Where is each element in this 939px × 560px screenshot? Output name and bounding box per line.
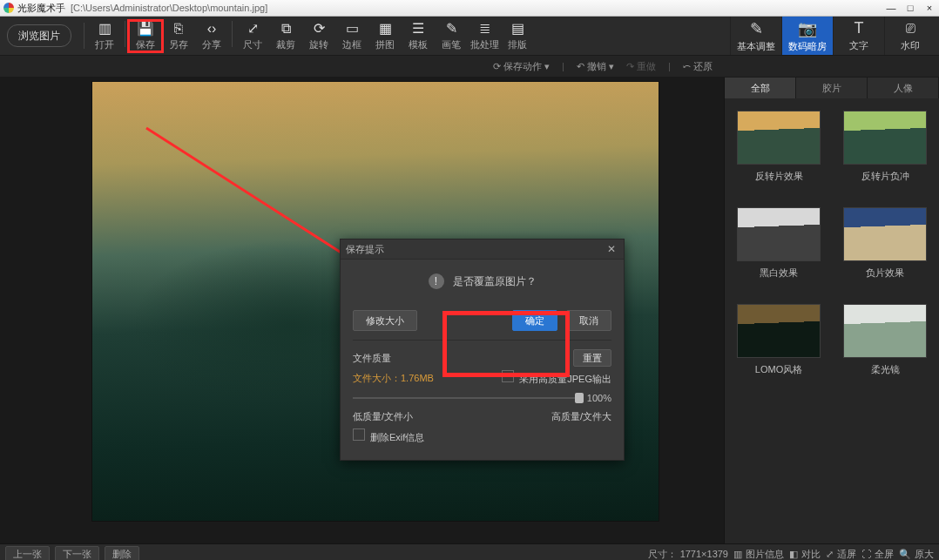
mode-tab-basic[interactable]: ✎基本调整 bbox=[730, 17, 781, 55]
thumb-label: 反转片效果 bbox=[755, 170, 803, 183]
watermark-icon: ⎚ bbox=[906, 19, 915, 37]
thumb-preview bbox=[843, 304, 927, 358]
action-bar: ⟳ 保存动作 ▾ | ↶ 撤销 ▾ ↷ 重做 | ⤺ 还原 bbox=[0, 56, 939, 78]
thumb-preview bbox=[737, 207, 821, 261]
status-bar: 上一张 下一张 删除 尺寸：1771×1379 ▥ 图片信息 ◧ 对比 ⤢ 适屏… bbox=[0, 543, 939, 560]
toolbar-draw-button[interactable]: ✎画笔 bbox=[435, 21, 468, 51]
toolbar-label: 边框 bbox=[342, 38, 361, 51]
minimize-button[interactable]: — bbox=[885, 3, 897, 13]
maximize-button[interactable]: □ bbox=[904, 3, 916, 13]
exif-checkbox[interactable]: 删除Exif信息 bbox=[353, 428, 424, 444]
effect-thumb-soft[interactable]: 柔光镜 bbox=[840, 304, 930, 376]
dialog-title: 保存提示 bbox=[346, 243, 384, 256]
filter-tab-0[interactable]: 全部 bbox=[725, 78, 796, 98]
toolbar-label: 分享 bbox=[202, 38, 221, 51]
resize-button[interactable]: 修改大小 bbox=[353, 310, 417, 331]
filter-tab-2[interactable]: 人像 bbox=[868, 78, 939, 98]
info-icon: ! bbox=[429, 273, 444, 289]
zoom-original-button[interactable]: 🔍 原大 bbox=[899, 548, 934, 561]
effect-thumb-lomo[interactable]: LOMO风格 bbox=[733, 304, 824, 376]
size-icon: ⤢ bbox=[244, 21, 261, 37]
template-icon: ☰ bbox=[409, 21, 427, 37]
toolbar-share-button[interactable]: ‹›分享 bbox=[195, 21, 228, 51]
next-image-button[interactable]: 下一张 bbox=[55, 546, 99, 560]
open-icon: ▥ bbox=[96, 21, 113, 37]
effect-thumb-neg[interactable]: 负片效果 bbox=[840, 207, 930, 280]
toolbar-open-button[interactable]: ▥打开 bbox=[88, 21, 121, 51]
delete-button[interactable]: 删除 bbox=[105, 546, 139, 560]
basic-icon: ✎ bbox=[750, 19, 763, 38]
thumb-label: 黑白效果 bbox=[760, 267, 798, 280]
toolbar-collage-button[interactable]: ▦拼图 bbox=[368, 21, 402, 51]
quality-slider[interactable]: 100% bbox=[353, 391, 611, 405]
toolbar-batch-button[interactable]: ≣批处理 bbox=[468, 21, 501, 51]
high-quality-label: 高质量/文件大 bbox=[551, 410, 611, 423]
reset-button[interactable]: 重置 bbox=[573, 349, 611, 367]
toolbar-label: 尺寸 bbox=[243, 38, 262, 51]
redo-button[interactable]: ↷ 重做 bbox=[626, 60, 656, 73]
toolbar-label: 批处理 bbox=[470, 38, 499, 51]
image-dimensions: 尺寸：1771×1379 bbox=[648, 548, 728, 561]
toolbar-template-button[interactable]: ☰模板 bbox=[402, 21, 435, 51]
collage-icon: ▦ bbox=[376, 21, 394, 37]
image-info-button[interactable]: ▥ 图片信息 bbox=[733, 548, 784, 561]
hq-jpeg-checkbox[interactable]: 采用高质量JPEG输出 bbox=[502, 370, 611, 386]
toolbar-label: 画笔 bbox=[442, 38, 461, 51]
draw-icon: ✎ bbox=[442, 21, 460, 37]
prev-image-button[interactable]: 上一张 bbox=[5, 546, 50, 560]
effects-panel: 全部胶片人像 反转片效果反转片负冲黑白效果负片效果LOMO风格柔光镜 bbox=[724, 78, 939, 543]
share-icon: ‹› bbox=[203, 21, 220, 37]
toolbar-label: 裁剪 bbox=[276, 38, 295, 51]
save-icon: 💾 bbox=[137, 21, 154, 37]
restore-button[interactable]: ⤺ 还原 bbox=[683, 60, 713, 73]
thumb-preview bbox=[737, 111, 821, 165]
thumb-label: 负片效果 bbox=[866, 267, 904, 280]
dialog-message: 是否覆盖原图片？ bbox=[453, 274, 537, 289]
filter-tab-1[interactable]: 胶片 bbox=[796, 78, 868, 98]
toolbar-label: 另存 bbox=[169, 38, 188, 51]
border-icon: ▭ bbox=[343, 21, 361, 37]
fit-screen-button[interactable]: ⤢ 适屏 bbox=[826, 548, 856, 561]
app-logo bbox=[3, 3, 14, 13]
rotate-icon: ⟳ bbox=[310, 21, 328, 37]
effect-thumb-inv[interactable]: 反转片效果 bbox=[733, 111, 824, 183]
toolbar-label: 打开 bbox=[95, 38, 114, 51]
undo-button[interactable]: ↶ 撤销 ▾ bbox=[577, 60, 614, 73]
browse-images-button[interactable]: 浏览图片 bbox=[7, 24, 71, 47]
layout-icon: ▤ bbox=[509, 21, 526, 37]
fullscreen-button[interactable]: ⛶ 全屏 bbox=[861, 548, 894, 561]
thumb-preview bbox=[843, 111, 927, 165]
toolbar-save-button[interactable]: 💾保存 bbox=[129, 21, 162, 51]
ok-button[interactable]: 确定 bbox=[512, 310, 557, 331]
effect-thumb-invneg[interactable]: 反转片负冲 bbox=[840, 111, 930, 183]
close-button[interactable]: × bbox=[923, 3, 936, 13]
save-action-button[interactable]: ⟳ 保存动作 ▾ bbox=[493, 60, 550, 73]
thumb-preview bbox=[737, 304, 821, 358]
toolbar-border-button[interactable]: ▭边框 bbox=[335, 21, 368, 51]
thumb-preview bbox=[843, 207, 927, 261]
crop-icon: ⧉ bbox=[277, 21, 294, 37]
toolbar-layout-button[interactable]: ▤排版 bbox=[501, 21, 534, 51]
mode-tab-watermark[interactable]: ⎚水印 bbox=[884, 17, 936, 55]
mode-tab-text[interactable]: T文字 bbox=[833, 17, 884, 55]
toolbar-crop-button[interactable]: ⧉裁剪 bbox=[269, 21, 302, 51]
effect-thumb-bw[interactable]: 黑白效果 bbox=[733, 207, 824, 280]
toolbar: 浏览图片 ▥打开💾保存⎘另存‹›分享⤢尺寸⧉裁剪⟳旋转▭边框▦拼图☰模板✎画笔≣… bbox=[0, 17, 939, 56]
toolbar-label: 保存 bbox=[136, 38, 155, 51]
darkroom-icon: 📷 bbox=[798, 19, 817, 38]
compare-button[interactable]: ◧ 对比 bbox=[789, 548, 821, 561]
toolbar-size-button[interactable]: ⤢尺寸 bbox=[236, 21, 269, 51]
toolbar-label: 模板 bbox=[409, 38, 428, 51]
dialog-close-icon[interactable]: ✕ bbox=[605, 242, 618, 256]
low-quality-label: 低质量/文件小 bbox=[353, 410, 413, 423]
mode-tab-darkroom[interactable]: 📷数码暗房 bbox=[781, 17, 833, 55]
titlebar: 光影魔术手 [C:\Users\Administrator\Desktop\mo… bbox=[0, 0, 939, 17]
toolbar-rotate-button[interactable]: ⟳旋转 bbox=[302, 21, 335, 51]
toolbar-saveas-button[interactable]: ⎘另存 bbox=[162, 21, 195, 51]
thumb-label: LOMO风格 bbox=[755, 363, 802, 376]
thumb-label: 反转片负冲 bbox=[861, 170, 909, 183]
saveas-icon: ⎘ bbox=[170, 21, 187, 37]
app-name: 光影魔术手 bbox=[17, 2, 65, 15]
cancel-button[interactable]: 取消 bbox=[566, 310, 611, 331]
save-dialog: 保存提示 ✕ ! 是否覆盖原图片？ 修改大小 确定 取消 文件质量 重置 文件大… bbox=[340, 239, 625, 461]
